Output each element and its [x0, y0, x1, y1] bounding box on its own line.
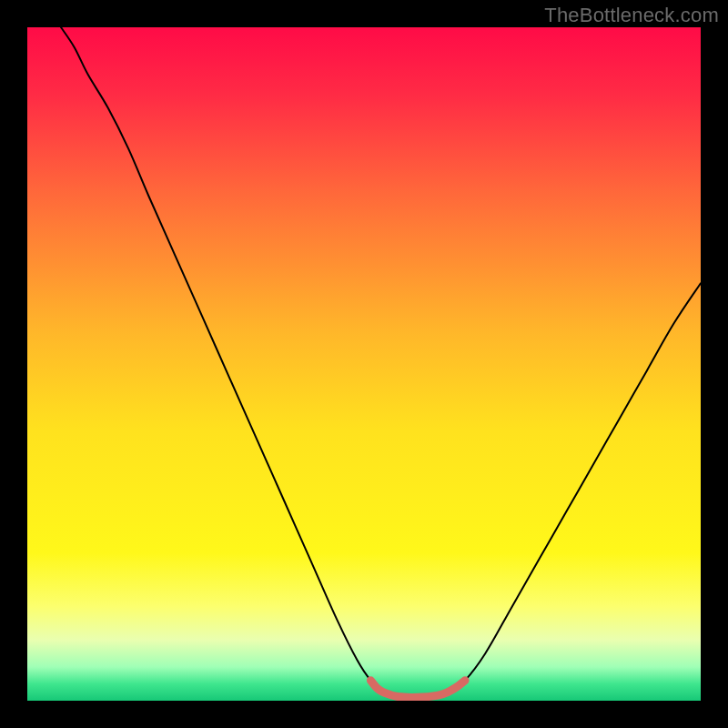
chart-frame: TheBottleneck.com: [0, 0, 728, 728]
bottleneck-chart: [0, 0, 728, 728]
watermark-text: TheBottleneck.com: [544, 4, 719, 27]
gradient-background: [27, 27, 701, 701]
